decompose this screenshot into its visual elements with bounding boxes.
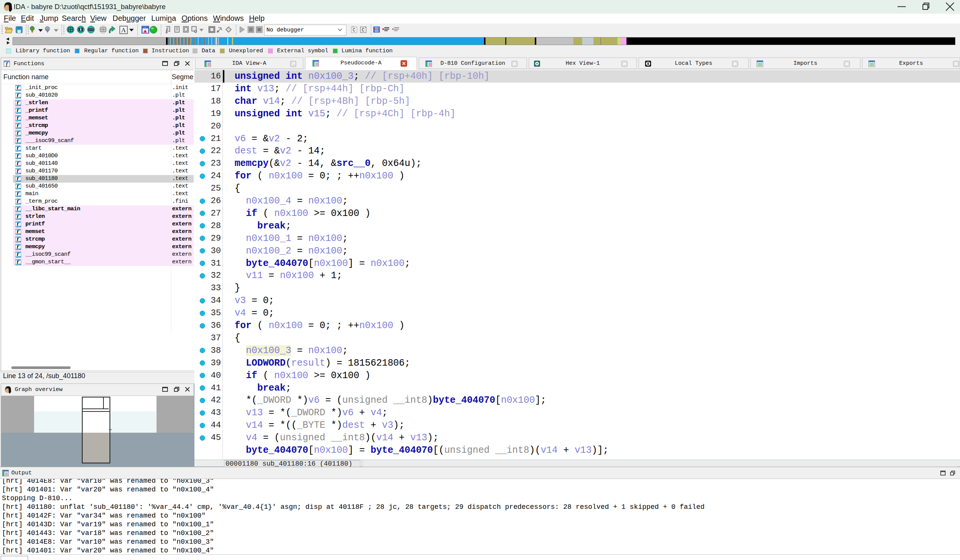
svg-text:A: A: [121, 27, 126, 34]
svg-text:C: C: [362, 28, 364, 33]
svg-text:C: C: [352, 28, 355, 33]
